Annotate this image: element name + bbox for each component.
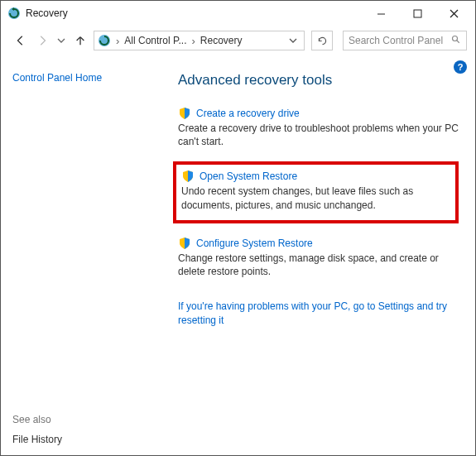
forward-button[interactable]: [34, 32, 50, 49]
window-title: Recovery: [26, 7, 68, 19]
open-system-restore-desc: Undo recent system changes, but leave fi…: [181, 185, 449, 211]
minimize-button[interactable]: [363, 2, 399, 25]
search-icon: [451, 35, 461, 47]
recent-locations-button[interactable]: [55, 36, 67, 45]
tool-configure-system-restore: Configure System Restore Change restore …: [178, 237, 459, 278]
breadcrumb-all-control-panel[interactable]: All Control P...: [124, 35, 186, 46]
svg-line-7: [457, 40, 459, 42]
address-bar[interactable]: All Control P... Recovery: [94, 31, 305, 50]
titlebar: Recovery: [1, 1, 475, 26]
breadcrumb-recovery[interactable]: Recovery: [200, 35, 243, 46]
side-pane: Control Panel Home See also File History: [12, 72, 178, 445]
main-pane: Advanced recovery tools Create a recover…: [178, 72, 465, 445]
nav-toolbar: All Control P... Recovery Search Control…: [1, 26, 475, 55]
page-heading: Advanced recovery tools: [178, 72, 459, 89]
file-history-link[interactable]: File History: [12, 434, 178, 445]
search-input[interactable]: Search Control Panel: [343, 31, 467, 50]
pc-reset-link[interactable]: If you're having problems with your PC, …: [178, 300, 447, 326]
create-recovery-drive-link[interactable]: Create a recovery drive: [196, 108, 300, 119]
back-button[interactable]: [12, 32, 29, 49]
svg-point-6: [453, 36, 458, 41]
tool-create-recovery-drive: Create a recovery drive Create a recover…: [178, 107, 459, 148]
up-button[interactable]: [72, 32, 89, 49]
svg-rect-2: [414, 10, 421, 17]
shield-icon: [181, 170, 195, 183]
control-panel-icon: [98, 34, 111, 47]
pc-reset-hint: If you're having problems with your PC, …: [178, 300, 459, 328]
open-system-restore-link[interactable]: Open System Restore: [200, 170, 297, 182]
configure-system-restore-desc: Change restore settings, manage disk spa…: [178, 252, 459, 278]
control-panel-home-link[interactable]: Control Panel Home: [12, 72, 178, 84]
breadcrumb-sep-icon: [190, 35, 197, 47]
tool-open-system-restore: Open System Restore Undo recent system c…: [173, 161, 459, 223]
shield-icon: [178, 107, 191, 120]
address-dropdown-button[interactable]: [286, 36, 301, 45]
see-also-label: See also: [12, 414, 178, 425]
maximize-button[interactable]: [399, 2, 435, 25]
create-recovery-drive-desc: Create a recovery drive to troubleshoot …: [178, 122, 459, 148]
refresh-button[interactable]: [311, 31, 333, 50]
search-placeholder: Search Control Panel: [349, 35, 446, 46]
breadcrumb-sep-icon: [114, 35, 121, 47]
configure-system-restore-link[interactable]: Configure System Restore: [196, 238, 313, 249]
shield-icon: [178, 237, 191, 250]
content-area: Control Panel Home See also File History…: [1, 55, 475, 455]
close-button[interactable]: [435, 2, 472, 25]
recovery-icon: [7, 7, 21, 20]
